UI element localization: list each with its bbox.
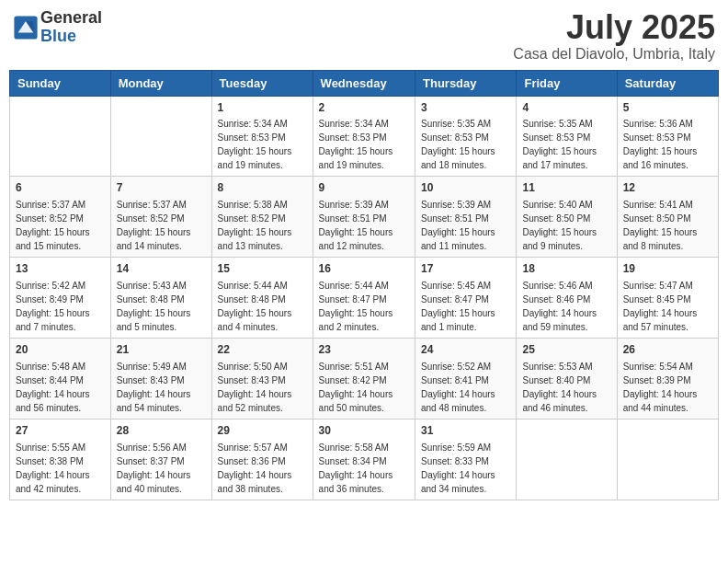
- day-info: Sunrise: 5:34 AM Sunset: 8:53 PM Dayligh…: [218, 119, 292, 170]
- day-number: 4: [522, 100, 610, 116]
- day-info: Sunrise: 5:38 AM Sunset: 8:52 PM Dayligh…: [218, 200, 292, 251]
- calendar-cell: 8Sunrise: 5:38 AM Sunset: 8:52 PM Daylig…: [211, 177, 313, 258]
- day-number: 11: [522, 180, 610, 196]
- day-number: 18: [522, 261, 610, 277]
- calendar-cell: 12Sunrise: 5:41 AM Sunset: 8:50 PM Dayli…: [617, 177, 718, 258]
- day-number: 19: [623, 261, 712, 277]
- calendar-cell: 30Sunrise: 5:58 AM Sunset: 8:34 PM Dayli…: [313, 419, 415, 500]
- day-info: Sunrise: 5:44 AM Sunset: 8:47 PM Dayligh…: [319, 281, 393, 332]
- day-info: Sunrise: 5:55 AM Sunset: 8:38 PM Dayligh…: [16, 442, 90, 494]
- day-info: Sunrise: 5:48 AM Sunset: 8:44 PM Dayligh…: [16, 362, 90, 413]
- day-number: 12: [623, 180, 712, 196]
- calendar-cell: 2Sunrise: 5:34 AM Sunset: 8:53 PM Daylig…: [313, 96, 415, 177]
- day-number: 30: [319, 423, 409, 439]
- day-number: 3: [421, 100, 510, 116]
- day-number: 26: [623, 342, 712, 358]
- column-header-wednesday: Wednesday: [313, 70, 415, 96]
- day-number: 14: [117, 261, 206, 277]
- day-info: Sunrise: 5:44 AM Sunset: 8:48 PM Dayligh…: [218, 281, 292, 332]
- calendar-week-row: 13Sunrise: 5:42 AM Sunset: 8:49 PM Dayli…: [10, 258, 719, 339]
- calendar-week-row: 27Sunrise: 5:55 AM Sunset: 8:38 PM Dayli…: [10, 419, 719, 500]
- calendar-cell: 21Sunrise: 5:49 AM Sunset: 8:43 PM Dayli…: [110, 338, 211, 419]
- day-info: Sunrise: 5:47 AM Sunset: 8:45 PM Dayligh…: [623, 281, 698, 332]
- calendar-cell: 4Sunrise: 5:35 AM Sunset: 8:53 PM Daylig…: [517, 96, 617, 177]
- day-info: Sunrise: 5:43 AM Sunset: 8:48 PM Dayligh…: [117, 281, 191, 332]
- calendar-cell: [617, 419, 718, 500]
- logo: General Blue: [13, 9, 102, 46]
- title-block: July 2025 Casa del Diavolo, Umbria, Ital…: [513, 9, 715, 63]
- location: Casa del Diavolo, Umbria, Italy: [513, 46, 715, 63]
- day-number: 23: [319, 342, 409, 358]
- calendar-cell: [110, 96, 211, 177]
- day-info: Sunrise: 5:39 AM Sunset: 8:51 PM Dayligh…: [421, 200, 495, 251]
- day-number: 29: [218, 423, 307, 439]
- day-info: Sunrise: 5:41 AM Sunset: 8:50 PM Dayligh…: [623, 200, 698, 251]
- day-number: 5: [623, 100, 712, 116]
- column-header-saturday: Saturday: [617, 70, 718, 96]
- day-number: 2: [319, 100, 409, 116]
- day-info: Sunrise: 5:58 AM Sunset: 8:34 PM Dayligh…: [319, 442, 393, 494]
- calendar-cell: 23Sunrise: 5:51 AM Sunset: 8:42 PM Dayli…: [313, 338, 415, 419]
- day-info: Sunrise: 5:52 AM Sunset: 8:41 PM Dayligh…: [421, 362, 495, 413]
- day-number: 13: [16, 261, 105, 277]
- logo-icon: [13, 15, 39, 40]
- column-header-monday: Monday: [110, 70, 211, 96]
- column-header-friday: Friday: [517, 70, 617, 96]
- day-number: 25: [522, 342, 610, 358]
- calendar-cell: [10, 96, 111, 177]
- day-info: Sunrise: 5:39 AM Sunset: 8:51 PM Dayligh…: [319, 200, 393, 251]
- day-info: Sunrise: 5:45 AM Sunset: 8:47 PM Dayligh…: [421, 281, 495, 332]
- day-number: 24: [421, 342, 510, 358]
- calendar-cell: 24Sunrise: 5:52 AM Sunset: 8:41 PM Dayli…: [415, 338, 517, 419]
- day-info: Sunrise: 5:40 AM Sunset: 8:50 PM Dayligh…: [522, 200, 597, 251]
- day-number: 8: [218, 180, 307, 196]
- column-header-tuesday: Tuesday: [211, 70, 313, 96]
- day-number: 31: [421, 423, 510, 439]
- calendar-cell: [517, 419, 617, 500]
- logo-text: General Blue: [40, 9, 102, 46]
- calendar-cell: 13Sunrise: 5:42 AM Sunset: 8:49 PM Dayli…: [10, 258, 111, 339]
- day-info: Sunrise: 5:46 AM Sunset: 8:46 PM Dayligh…: [522, 281, 597, 332]
- day-number: 16: [319, 261, 409, 277]
- day-number: 28: [117, 423, 206, 439]
- calendar-cell: 18Sunrise: 5:46 AM Sunset: 8:46 PM Dayli…: [517, 258, 617, 339]
- calendar-cell: 15Sunrise: 5:44 AM Sunset: 8:48 PM Dayli…: [211, 258, 313, 339]
- logo-general: General: [40, 9, 102, 28]
- day-info: Sunrise: 5:36 AM Sunset: 8:53 PM Dayligh…: [623, 119, 698, 170]
- day-number: 1: [218, 100, 307, 116]
- day-info: Sunrise: 5:57 AM Sunset: 8:36 PM Dayligh…: [218, 442, 292, 494]
- calendar-cell: 3Sunrise: 5:35 AM Sunset: 8:53 PM Daylig…: [415, 96, 517, 177]
- calendar-cell: 10Sunrise: 5:39 AM Sunset: 8:51 PM Dayli…: [415, 177, 517, 258]
- day-info: Sunrise: 5:50 AM Sunset: 8:43 PM Dayligh…: [218, 362, 292, 413]
- calendar-cell: 28Sunrise: 5:56 AM Sunset: 8:37 PM Dayli…: [110, 419, 211, 500]
- calendar-cell: 16Sunrise: 5:44 AM Sunset: 8:47 PM Dayli…: [313, 258, 415, 339]
- calendar-cell: 7Sunrise: 5:37 AM Sunset: 8:52 PM Daylig…: [110, 177, 211, 258]
- page-header: General Blue July 2025 Casa del Diavolo,…: [9, 9, 719, 63]
- day-info: Sunrise: 5:51 AM Sunset: 8:42 PM Dayligh…: [319, 362, 393, 413]
- calendar-cell: 31Sunrise: 5:59 AM Sunset: 8:33 PM Dayli…: [415, 419, 517, 500]
- column-header-thursday: Thursday: [415, 70, 517, 96]
- day-info: Sunrise: 5:53 AM Sunset: 8:40 PM Dayligh…: [522, 362, 597, 413]
- calendar-cell: 26Sunrise: 5:54 AM Sunset: 8:39 PM Dayli…: [617, 338, 718, 419]
- calendar-cell: 22Sunrise: 5:50 AM Sunset: 8:43 PM Dayli…: [211, 338, 313, 419]
- calendar-cell: 27Sunrise: 5:55 AM Sunset: 8:38 PM Dayli…: [10, 419, 111, 500]
- column-header-sunday: Sunday: [10, 70, 111, 96]
- calendar-table: SundayMondayTuesdayWednesdayThursdayFrid…: [9, 70, 719, 500]
- day-info: Sunrise: 5:35 AM Sunset: 8:53 PM Dayligh…: [421, 119, 495, 170]
- calendar-cell: 25Sunrise: 5:53 AM Sunset: 8:40 PM Dayli…: [517, 338, 617, 419]
- calendar-week-row: 6Sunrise: 5:37 AM Sunset: 8:52 PM Daylig…: [10, 177, 719, 258]
- calendar-cell: 9Sunrise: 5:39 AM Sunset: 8:51 PM Daylig…: [313, 177, 415, 258]
- day-number: 27: [16, 423, 105, 439]
- calendar-cell: 11Sunrise: 5:40 AM Sunset: 8:50 PM Dayli…: [517, 177, 617, 258]
- calendar-cell: 20Sunrise: 5:48 AM Sunset: 8:44 PM Dayli…: [10, 338, 111, 419]
- day-number: 17: [421, 261, 510, 277]
- calendar-week-row: 1Sunrise: 5:34 AM Sunset: 8:53 PM Daylig…: [10, 96, 719, 177]
- day-number: 20: [16, 342, 105, 358]
- calendar-cell: 19Sunrise: 5:47 AM Sunset: 8:45 PM Dayli…: [617, 258, 718, 339]
- day-info: Sunrise: 5:35 AM Sunset: 8:53 PM Dayligh…: [522, 119, 597, 170]
- day-info: Sunrise: 5:34 AM Sunset: 8:53 PM Dayligh…: [319, 119, 393, 170]
- calendar-cell: 6Sunrise: 5:37 AM Sunset: 8:52 PM Daylig…: [10, 177, 111, 258]
- day-number: 15: [218, 261, 307, 277]
- calendar-cell: 14Sunrise: 5:43 AM Sunset: 8:48 PM Dayli…: [110, 258, 211, 339]
- day-info: Sunrise: 5:49 AM Sunset: 8:43 PM Dayligh…: [117, 362, 191, 413]
